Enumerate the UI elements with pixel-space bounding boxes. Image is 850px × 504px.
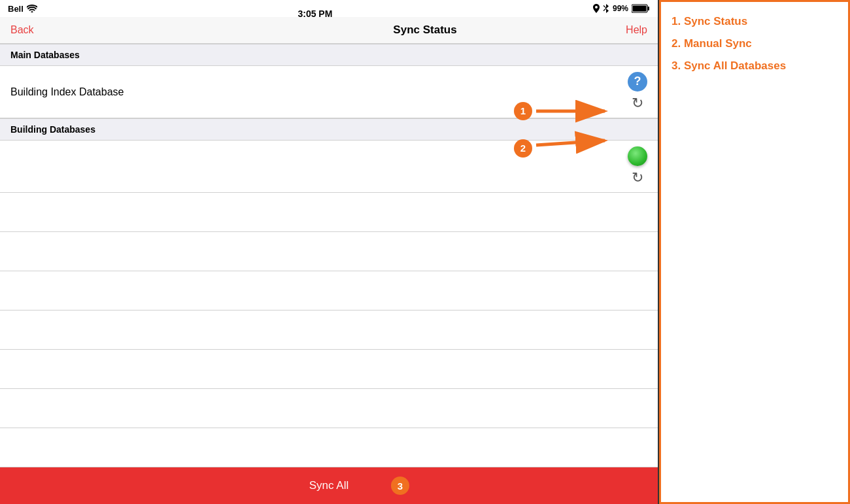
- empty-row-6: [0, 389, 658, 428]
- building-databases-row: ↻: [0, 141, 658, 193]
- status-bar-right: 99%: [593, 4, 650, 13]
- empty-row-5: [0, 350, 658, 389]
- bluetooth-icon: [603, 4, 609, 13]
- back-button[interactable]: Back: [10, 24, 34, 36]
- annotation-item-3: 3. Sync All Databases: [672, 59, 838, 73]
- building-index-row: Building Index Database ? ↻: [0, 66, 658, 118]
- sync-all-label: Sync All: [309, 479, 348, 492]
- content-area: Main Databases Building Index Database ?…: [0, 44, 658, 467]
- annotation-panel: 1. Sync Status 2. Manual Sync 3. Sync Al…: [659, 0, 850, 504]
- building-index-actions: ? ↻: [628, 67, 647, 118]
- location-icon: [593, 4, 600, 13]
- green-status-icon[interactable]: [628, 146, 647, 166]
- status-bar-left: Bell: [8, 4, 37, 14]
- empty-row-3: [0, 271, 658, 311]
- status-bar: Bell 3:05 PM 99%: [0, 0, 658, 17]
- building-index-label: Building Index Database: [10, 86, 124, 98]
- refresh-button-2[interactable]: ↻: [628, 169, 647, 187]
- building-databases-actions: ↻: [628, 141, 647, 192]
- battery-icon: [632, 4, 650, 13]
- empty-row-2: [0, 232, 658, 271]
- wifi-icon: [27, 5, 37, 12]
- annotation-item-1: 1. Sync Status: [672, 15, 838, 28]
- page-title: Sync Status: [393, 24, 456, 37]
- status-bar-time: 3:05 PM: [298, 8, 332, 19]
- battery-percent: 99%: [613, 4, 628, 13]
- empty-row-4: [0, 311, 658, 350]
- svg-rect-2: [633, 6, 647, 12]
- help-button[interactable]: Help: [626, 24, 647, 36]
- sync-all-button[interactable]: Sync All 3: [0, 467, 658, 504]
- refresh-button-1[interactable]: ↻: [628, 94, 647, 112]
- badge-3: 3: [391, 477, 409, 495]
- question-status-icon[interactable]: ?: [628, 72, 647, 92]
- svg-rect-1: [648, 7, 650, 10]
- section-header-building: Building Databases: [0, 118, 658, 141]
- annotation-item-2: 2. Manual Sync: [672, 37, 838, 50]
- empty-row-1: [0, 193, 658, 232]
- section-header-main: Main Databases: [0, 44, 658, 66]
- carrier-label: Bell: [8, 4, 24, 14]
- empty-row-7: [0, 428, 658, 467]
- nav-bar: Back Sync Status Help: [0, 17, 658, 44]
